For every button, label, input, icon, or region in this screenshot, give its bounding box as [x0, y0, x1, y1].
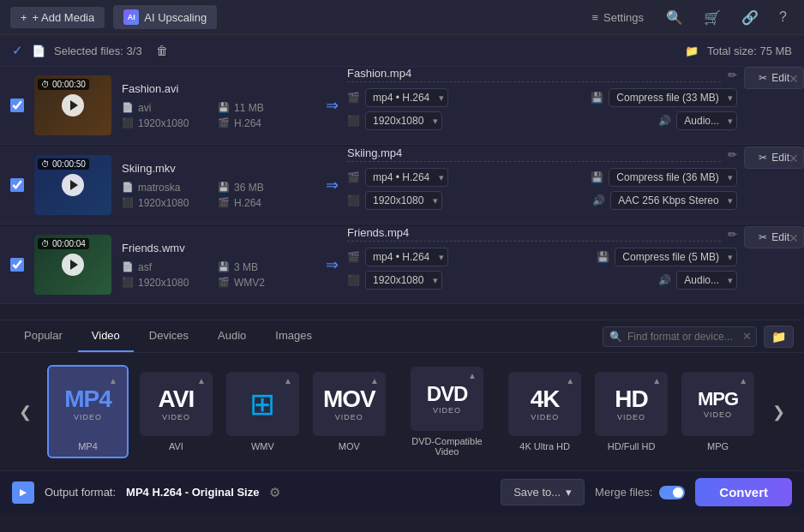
friends-output-area: Friends.mp4 ✏ 🎬 mp4 • H.264 💾: [347, 226, 804, 303]
dvd-icon-sub: VIDEO: [433, 406, 461, 415]
friends-duration: ⏱00:00:04: [38, 238, 89, 249]
file-left-friends: ⏱00:00:04 Friends.wmv 📄asf 💾3 MB ⬛1920x1…: [0, 226, 317, 303]
cart-button[interactable]: 🛒: [697, 6, 728, 29]
fashion-audio-select[interactable]: Audio...: [676, 111, 737, 130]
merge-toggle[interactable]: [659, 486, 685, 499]
skiing-format-select[interactable]: mp4 • H.264: [365, 168, 448, 187]
tab-popular[interactable]: Popular: [10, 320, 76, 352]
delete-files-button[interactable]: 🗑: [151, 42, 173, 59]
friends-arrow: ⇒: [317, 226, 347, 303]
format-item-mp4[interactable]: ▲ MP4 VIDEO MP4: [47, 365, 129, 458]
scissors-icon: ✂: [759, 72, 767, 84]
ai-upscaling-button[interactable]: AI AI Upscaling: [113, 5, 217, 29]
format-search-area: 🔍 ✕ 📁: [327, 326, 794, 348]
format-item-dvd[interactable]: ▲ DVD VIDEO DVD-Compatible Video: [397, 362, 497, 462]
fashion-format-select[interactable]: mp4 • H.264: [365, 88, 448, 107]
fashion-checkbox[interactable]: [10, 99, 24, 112]
dvd-chevron: ▲: [468, 371, 477, 380]
format-item-mpg[interactable]: ▲ MPG VIDEO MPG: [679, 367, 757, 457]
settings-button[interactable]: ≡ Settings: [584, 8, 653, 27]
4k-chevron: ▲: [566, 376, 574, 386]
bottom-bar: ▶ Output format: MP4 H.264 - Original Si…: [0, 470, 804, 513]
friends-format-select[interactable]: mp4 • H.264: [365, 248, 448, 266]
friends-audio-select[interactable]: Audio...: [676, 271, 737, 290]
ai-upscaling-label: AI Upscaling: [144, 11, 207, 24]
close-friends-button[interactable]: ✕: [789, 231, 799, 245]
format-item-wmv[interactable]: ▲ ⊞ WMV: [224, 367, 302, 457]
file-left-skiing: ⏱00:00:50 Skiing.mkv 📄matroska 💾36 MB ⬛1…: [0, 146, 317, 224]
friends-resolution: 1920x1080: [138, 277, 189, 289]
skiing-audio-select[interactable]: AAC 256 Kbps Stereo: [610, 191, 737, 210]
mov-icon-sub: VIDEO: [335, 413, 363, 421]
fashion-thumbnail[interactable]: ⏱00:00:30: [34, 75, 111, 135]
close-fashion-button[interactable]: ✕: [789, 72, 799, 86]
fashion-res-select[interactable]: 1920x1080: [365, 111, 442, 130]
add-media-button[interactable]: + + Add Media: [10, 7, 105, 28]
search-button[interactable]: 🔍: [659, 6, 690, 29]
format-item-mov[interactable]: ▲ MOV VIDEO MOV: [310, 367, 388, 457]
convert-button[interactable]: Convert: [695, 478, 792, 506]
tab-images[interactable]: Images: [261, 320, 326, 352]
friends-edit-name-icon[interactable]: ✏: [728, 228, 737, 241]
fashion-filename: Fashion.avi: [122, 82, 307, 95]
skiing-thumbnail[interactable]: ⏱00:00:50: [34, 155, 111, 215]
hd-icon-sub: VIDEO: [617, 413, 645, 421]
format-prev-button[interactable]: ❮: [12, 399, 39, 425]
dvd-icon-box: ▲ DVD VIDEO: [411, 367, 483, 431]
format-bar: Popular Video Devices Audio Images 🔍 ✕ 📁…: [0, 320, 804, 470]
skiing-size: 36 MB: [234, 182, 264, 194]
format-next-button[interactable]: ❯: [765, 399, 792, 425]
mp4-icon-main: MP4: [64, 387, 111, 411]
skiing-output-area: Skiing.mp4 ✏ 🎬 mp4 • H.264 💾: [347, 146, 804, 224]
help-button[interactable]: ?: [772, 6, 794, 28]
output-settings-button[interactable]: ⚙: [269, 485, 280, 500]
close-skiing-button[interactable]: ✕: [789, 152, 799, 165]
friends-res-select[interactable]: 1920x1080: [365, 271, 442, 290]
hd-label: HD/Full HD: [608, 441, 656, 451]
save-label: Save to...: [513, 486, 561, 499]
format-item-4k[interactable]: ▲ 4K VIDEO 4K Ultra HD: [506, 367, 584, 457]
friends-output-top: Friends.mp4 ✏ 🎬 mp4 • H.264 💾: [347, 226, 804, 290]
skiing-filename: Skiing.mkv: [122, 162, 307, 175]
toolbar-right: ≡ Settings 🔍 🛒 🔗 ?: [584, 6, 794, 29]
hd-chevron: ▲: [652, 376, 661, 386]
skiing-checkbox[interactable]: [10, 178, 24, 192]
fashion-edit-name-icon[interactable]: ✏: [728, 69, 737, 81]
save-to-button[interactable]: Save to... ▾: [501, 479, 585, 505]
friends-checkbox[interactable]: [10, 258, 24, 272]
format-item-hd[interactable]: ▲ HD VIDEO HD/Full HD: [592, 367, 670, 457]
skiing-play-button[interactable]: [62, 174, 84, 196]
fashion-play-button[interactable]: [62, 94, 84, 117]
friends-meta: Friends.wmv 📄asf 💾3 MB ⬛1920x1080 🎬WMV2: [122, 242, 307, 289]
fashion-compress-select[interactable]: Compress file (33 MB): [609, 88, 737, 107]
mp4-icon-box: ▲ MP4 VIDEO: [51, 372, 124, 436]
tab-video[interactable]: Video: [78, 320, 134, 352]
friends-play-button[interactable]: [62, 254, 84, 276]
format-search-input[interactable]: [603, 326, 757, 347]
tab-devices[interactable]: Devices: [135, 320, 202, 352]
share-button[interactable]: 🔗: [735, 6, 765, 29]
file-left-fashion: ⏱00:00:30 Fashion.avi 📄avi 💾11 MB ⬛1920x…: [0, 67, 317, 144]
avi-icon-box: ▲ AVI VIDEO: [140, 372, 213, 436]
add-icon: +: [21, 11, 27, 24]
folder-button[interactable]: 📁: [764, 326, 794, 348]
search-clear-button[interactable]: ✕: [742, 330, 752, 343]
friends-compress-select[interactable]: Compress file (5 MB): [615, 248, 737, 266]
select-all-check[interactable]: ✓: [12, 43, 23, 58]
fashion-meta: Fashion.avi 📄avi 💾11 MB ⬛1920x1080 🎬H.26…: [122, 82, 307, 129]
skiing-compress-select[interactable]: Compress file (36 MB): [609, 168, 737, 187]
mpg-chevron: ▲: [739, 376, 747, 386]
output-format-name: MP4 H.264 - Original Size: [126, 486, 259, 499]
skiing-edit-name-icon[interactable]: ✏: [728, 148, 737, 161]
friends-thumbnail[interactable]: ⏱00:00:04: [34, 235, 111, 295]
skiing-output-name: Skiing.mp4: [347, 146, 721, 162]
4k-label: 4K Ultra HD: [519, 441, 570, 451]
selected-files-label: Selected files: 3/3: [54, 45, 142, 57]
format-item-avi[interactable]: ▲ AVI VIDEO AVI: [137, 367, 215, 457]
file-row: ✕ ⏱00:00:04 Friends.wmv 📄asf 💾3 MB ⬛1920…: [0, 226, 804, 304]
tab-audio[interactable]: Audio: [204, 320, 260, 352]
skiing-res-select[interactable]: 1920x1080: [365, 191, 442, 210]
skiing-codec: H.264: [234, 197, 261, 209]
avi-icon-main: AVI: [159, 387, 195, 411]
format-tabs: Popular Video Devices Audio Images 🔍 ✕ 📁: [0, 320, 804, 353]
